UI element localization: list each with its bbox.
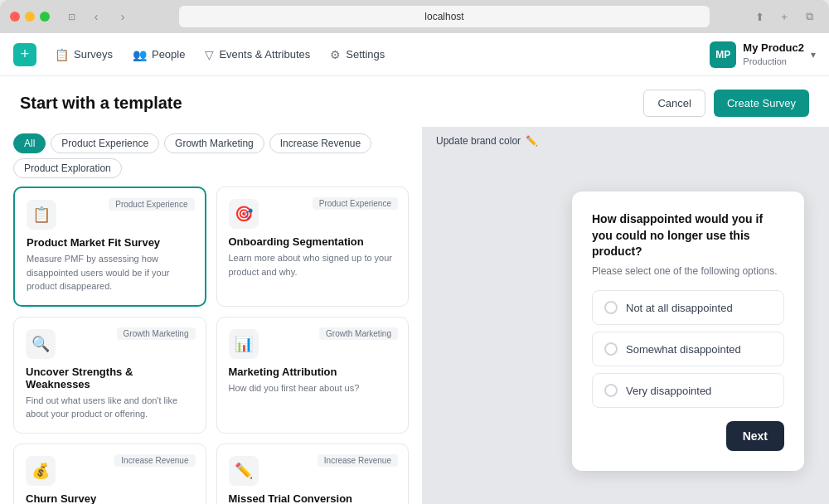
survey-option[interactable]: Somewhat disappointed bbox=[592, 332, 784, 366]
template-name: Missed Trial Conversion bbox=[229, 492, 397, 505]
browser-actions: ⬆ + ⧉ bbox=[749, 7, 819, 27]
next-button[interactable]: Next bbox=[726, 421, 784, 451]
brand-color-bar: Update brand color ✏️ bbox=[423, 127, 829, 155]
survey-subtitle: Please select one of the following optio… bbox=[592, 265, 784, 277]
nav-events-label: Events & Attributes bbox=[219, 48, 310, 61]
edit-brand-icon[interactable]: ✏️ bbox=[526, 135, 538, 147]
radio-button bbox=[604, 384, 618, 397]
template-name: Product Market Fit Survey bbox=[27, 236, 193, 249]
browser-nav: ‹ › bbox=[86, 7, 133, 27]
template-icon: 📋 bbox=[27, 200, 56, 230]
template-card[interactable]: Increase Revenue ✏️ Missed Trial Convers… bbox=[216, 443, 410, 505]
share-icon[interactable]: ⬆ bbox=[749, 7, 769, 27]
surveys-icon: 📋 bbox=[55, 48, 69, 61]
create-survey-button[interactable]: Create Survey bbox=[714, 90, 809, 117]
traffic-lights bbox=[10, 12, 50, 22]
template-card[interactable]: Growth Marketing 📊 Marketing Attribution… bbox=[216, 317, 410, 434]
template-desc: How did you first hear about us? bbox=[229, 381, 397, 395]
template-name: Marketing Attribution bbox=[229, 366, 397, 378]
template-card[interactable]: Growth Marketing 🔍 Uncover Strengths & W… bbox=[13, 317, 206, 434]
page-header: Start with a template Cancel Create Surv… bbox=[0, 76, 829, 127]
template-icon: 💰 bbox=[26, 456, 56, 486]
filter-tab-product-experience[interactable]: Product Experience bbox=[51, 133, 159, 153]
nav-surveys-label: Surveys bbox=[74, 48, 113, 61]
user-name: My Produc2 bbox=[743, 41, 804, 56]
duplicate-icon[interactable]: ⧉ bbox=[799, 7, 819, 27]
survey-card: How disappointed would you if you could … bbox=[572, 191, 804, 471]
filter-icon: ▽ bbox=[205, 48, 214, 61]
address-bar[interactable]: localhost bbox=[179, 6, 710, 27]
minimize-traffic-light[interactable] bbox=[25, 12, 35, 22]
user-area[interactable]: MP My Produc2 Production ▾ bbox=[710, 41, 816, 68]
template-name: Onboarding Segmentation bbox=[229, 235, 397, 248]
maximize-traffic-light[interactable] bbox=[40, 12, 50, 22]
radio-button bbox=[604, 301, 618, 314]
browser-chrome: ⊡ ‹ › localhost ⬆ + ⧉ bbox=[0, 0, 829, 33]
survey-option[interactable]: Not at all disappointed bbox=[592, 290, 784, 325]
nav-events[interactable]: ▽ Events & Attributes bbox=[196, 43, 318, 66]
template-badge: Growth Marketing bbox=[117, 327, 196, 340]
nav-people-label: People bbox=[152, 48, 185, 61]
survey-question: How disappointed would you if you could … bbox=[592, 211, 784, 260]
template-name: Churn Survey bbox=[26, 492, 194, 505]
template-name: Uncover Strengths & Weaknesses bbox=[26, 366, 194, 390]
cancel-button[interactable]: Cancel bbox=[643, 90, 705, 117]
two-panel: AllProduct ExperienceGrowth MarketingInc… bbox=[0, 127, 829, 504]
back-button[interactable]: ‹ bbox=[86, 7, 106, 27]
chevron-down-icon: ▾ bbox=[811, 49, 816, 61]
nav-people[interactable]: 👥 People bbox=[124, 43, 193, 66]
template-desc: Measure PMF by assessing how disappointe… bbox=[27, 252, 193, 293]
new-tab-icon[interactable]: + bbox=[774, 7, 794, 27]
template-card[interactable]: Increase Revenue 💰 Churn Survey Find out… bbox=[13, 443, 206, 505]
template-icon: ✏️ bbox=[229, 456, 259, 486]
nav-settings[interactable]: ⚙ Settings bbox=[322, 43, 393, 66]
radio-button bbox=[604, 342, 618, 356]
app-container: + 📋 Surveys 👥 People ▽ Events & Attribut… bbox=[0, 33, 829, 504]
nav-surveys[interactable]: 📋 Surveys bbox=[46, 43, 121, 66]
option-label: Not at all disappointed bbox=[626, 302, 733, 314]
avatar: MP bbox=[710, 41, 736, 68]
close-traffic-light[interactable] bbox=[10, 12, 20, 22]
option-label: Somewhat disappointed bbox=[626, 343, 741, 356]
filter-tab-all[interactable]: All bbox=[13, 133, 46, 153]
template-badge: Product Experience bbox=[313, 197, 398, 210]
left-panel: AllProduct ExperienceGrowth MarketingInc… bbox=[0, 127, 423, 504]
top-nav: + 📋 Surveys 👥 People ▽ Events & Attribut… bbox=[0, 33, 829, 76]
address-text: localhost bbox=[424, 11, 463, 22]
page-title: Start with a template bbox=[20, 94, 182, 113]
filter-tabs: AllProduct ExperienceGrowth MarketingInc… bbox=[0, 127, 422, 187]
user-role: Production bbox=[743, 56, 804, 67]
browser-titlebar: ⊡ ‹ › localhost ⬆ + ⧉ bbox=[0, 0, 829, 33]
right-panel: Update brand color ✏️ How disappointed w… bbox=[423, 127, 829, 504]
template-desc: Learn more about who signed up to your p… bbox=[229, 251, 397, 279]
people-icon: 👥 bbox=[133, 48, 147, 61]
template-icon: 🎯 bbox=[229, 199, 259, 229]
template-icon: 📊 bbox=[229, 329, 259, 359]
nav-settings-label: Settings bbox=[346, 48, 385, 61]
add-button[interactable]: + bbox=[13, 43, 36, 66]
template-badge: Increase Revenue bbox=[114, 454, 195, 467]
main-content: Start with a template Cancel Create Surv… bbox=[0, 76, 829, 504]
template-badge: Increase Revenue bbox=[318, 454, 398, 467]
template-card[interactable]: Product Experience 🎯 Onboarding Segmenta… bbox=[216, 187, 410, 307]
avatar-initials: MP bbox=[715, 49, 730, 61]
template-badge: Growth Marketing bbox=[319, 327, 398, 340]
template-badge: Product Experience bbox=[109, 198, 194, 211]
filter-tab-increase-revenue[interactable]: Increase Revenue bbox=[269, 133, 371, 153]
header-actions: Cancel Create Survey bbox=[643, 90, 809, 117]
user-info: My Produc2 Production bbox=[743, 41, 804, 67]
filter-tab-product-exploration[interactable]: Product Exploration bbox=[13, 158, 122, 178]
forward-button[interactable]: › bbox=[113, 7, 133, 27]
brand-color-label: Update brand color bbox=[436, 135, 521, 147]
template-card[interactable]: Product Experience 📋 Product Market Fit … bbox=[13, 187, 206, 307]
filter-tab-growth-marketing[interactable]: Growth Marketing bbox=[164, 133, 264, 153]
plus-icon: + bbox=[21, 46, 30, 63]
preview-area: How disappointed would you if you could … bbox=[423, 155, 829, 504]
window-icon: ⊡ bbox=[63, 8, 80, 25]
templates-grid: Product Experience 📋 Product Market Fit … bbox=[0, 187, 422, 504]
template-desc: Find out what users like and don't like … bbox=[26, 394, 194, 421]
survey-options: Not at all disappointed Somewhat disappo… bbox=[592, 290, 784, 408]
settings-icon: ⚙ bbox=[330, 48, 341, 61]
option-label: Very disappointed bbox=[626, 385, 711, 397]
survey-option[interactable]: Very disappointed bbox=[592, 373, 784, 408]
